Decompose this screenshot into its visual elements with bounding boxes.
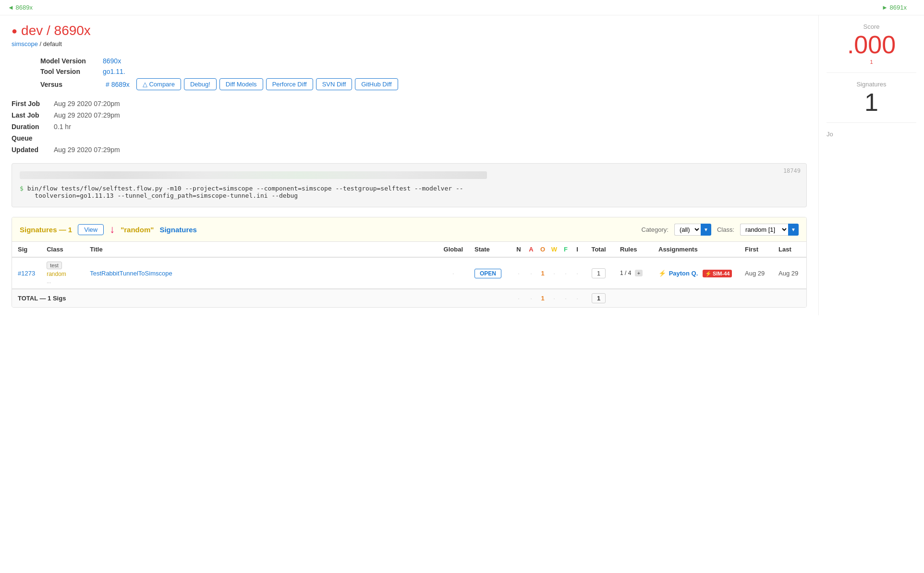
col-total: Total [583, 242, 614, 257]
last-job-label: Last Job [12, 111, 50, 119]
debug-button[interactable]: Debug! [184, 78, 217, 90]
total-w: · [548, 289, 560, 307]
tool-version-value[interactable]: go1.11. [103, 68, 125, 75]
total-a: · [525, 289, 537, 307]
col-o: O [537, 242, 548, 257]
next-nav-link[interactable]: ► 8691x [882, 4, 907, 11]
sig-i: · [571, 257, 583, 289]
total-n: · [512, 289, 525, 307]
blurred-bar [20, 171, 487, 179]
signatures-section: Filter byclassification ↓ Signatures — 1… [12, 217, 807, 308]
prompt-icon: $ [20, 185, 27, 192]
col-rules: Rules [614, 242, 653, 257]
duration-label: Duration [12, 123, 50, 131]
model-version-value[interactable]: 8690x [103, 57, 121, 65]
tool-version-label: Tool Version [40, 68, 103, 75]
col-assignments: Assignments [653, 242, 739, 257]
breadcrumb: simscope / default [12, 40, 807, 48]
col-state: State [469, 242, 512, 257]
perforce-diff-button[interactable]: Perforce Diff [266, 78, 313, 90]
versus-label: Versus [40, 81, 103, 88]
jira-icon: ⚡ [705, 271, 712, 276]
col-f: F [560, 242, 571, 257]
score-sub: 1 [827, 59, 916, 65]
down-arrow-annotation: ↓ [109, 223, 115, 236]
jira-badge[interactable]: ⚡SIM-44 [703, 270, 732, 277]
total-row: TOTAL — 1 Sigs · · 1 · · · 1 [12, 289, 806, 307]
sig-f: · [560, 257, 571, 289]
github-diff-button[interactable]: GitHub Diff [355, 78, 398, 90]
total-o: 1 [537, 289, 548, 307]
total-state [469, 289, 512, 307]
class-select-arrow[interactable]: ▼ [788, 224, 799, 236]
total-f: · [560, 289, 571, 307]
col-title: Title [84, 242, 438, 257]
total-i: · [571, 289, 583, 307]
updated-value: Aug 29 2020 07:29pm [54, 146, 120, 154]
total-total: 1 [583, 289, 614, 307]
first-job-value: Aug 29 2020 07:20pm [54, 100, 120, 107]
prev-nav-link[interactable]: ◄ 8689x [8, 4, 33, 11]
col-w: W [548, 242, 560, 257]
category-select-arrow[interactable]: ▼ [701, 224, 711, 236]
right-panel: Score .000 1 Signatures 1 Jo [818, 15, 924, 315]
category-select[interactable]: (all) [674, 224, 701, 236]
diff-models-button[interactable]: Diff Models [219, 78, 263, 90]
sig-signatures-label: Signatures [159, 226, 197, 234]
sigs-panel-section: Signatures 1 [827, 81, 916, 123]
table-row: #1273 test random ... TestRabbitTunnelTo… [12, 257, 806, 289]
class-label: Class: [717, 226, 734, 233]
breadcrumb-sub: default [43, 40, 62, 48]
lightning-icon: ⚡ [658, 270, 666, 277]
sig-global: · [438, 257, 469, 289]
sig-o[interactable]: 1 [537, 257, 548, 289]
col-first: First [739, 242, 773, 257]
command-box: 18749 $ bin/flow tests/flow/selftest.flo… [12, 163, 807, 207]
sig-state[interactable]: OPEN [469, 257, 512, 289]
sig-id[interactable]: #1273 [12, 257, 41, 289]
sig-a: · [525, 257, 537, 289]
col-last: Last [773, 242, 806, 257]
sig-title[interactable]: TestRabbitTunnelToSimscope [84, 257, 438, 289]
class-select[interactable]: random [1] [740, 224, 788, 236]
svn-diff-button[interactable]: SVN Diff [316, 78, 353, 90]
page-title: dev / 8690x [21, 23, 91, 38]
score-value: .000 [827, 32, 916, 57]
breadcrumb-link[interactable]: simscope [12, 40, 38, 48]
command-text: bin/flow tests/flow/selftest.flow.py -m1… [20, 185, 463, 199]
col-a: A [525, 242, 537, 257]
sig-rules: 1 / 4 + [614, 257, 653, 289]
first-job-label: First Job [12, 100, 50, 107]
sig-assignments[interactable]: ⚡ Payton Q. ⚡SIM-44 [653, 257, 739, 289]
rules-plus-button[interactable]: + [635, 270, 643, 276]
sig-w: · [548, 257, 560, 289]
sig-last: Aug 29 [773, 257, 806, 289]
breadcrumb-sep: / [40, 40, 43, 48]
total-rest [614, 289, 806, 307]
line-number: 18749 [783, 167, 801, 174]
sig-section-title: Signatures — 1 [20, 226, 72, 234]
signatures-table: Sig Class Title Global State N A O W F I… [12, 242, 806, 307]
col-class: Class [41, 242, 84, 257]
score-label: Score [827, 23, 916, 30]
versus-hash[interactable]: # 8689x [106, 81, 130, 88]
sig-random-label: "random" [121, 226, 154, 234]
updated-label: Updated [12, 146, 50, 154]
score-section: Score .000 1 [827, 23, 916, 73]
compare-button[interactable]: △ Compare [136, 78, 181, 90]
col-global: Global [438, 242, 469, 257]
duration-value: 0.1 hr [54, 123, 71, 131]
sigs-panel-value: 1 [827, 90, 916, 115]
col-sig: Sig [12, 242, 41, 257]
job-partial-label: Jo [827, 131, 916, 138]
model-version-label: Model Version [40, 57, 103, 65]
queue-label: Queue [12, 134, 50, 142]
sig-total[interactable]: 1 [583, 257, 614, 289]
class-badge: test [47, 262, 62, 269]
view-button[interactable]: View [78, 224, 104, 235]
col-n: N [512, 242, 525, 257]
sigs-panel-label: Signatures [827, 81, 916, 88]
sig-n: · [512, 257, 525, 289]
sig-class: test random ... [41, 257, 84, 289]
category-label: Category: [642, 226, 669, 233]
